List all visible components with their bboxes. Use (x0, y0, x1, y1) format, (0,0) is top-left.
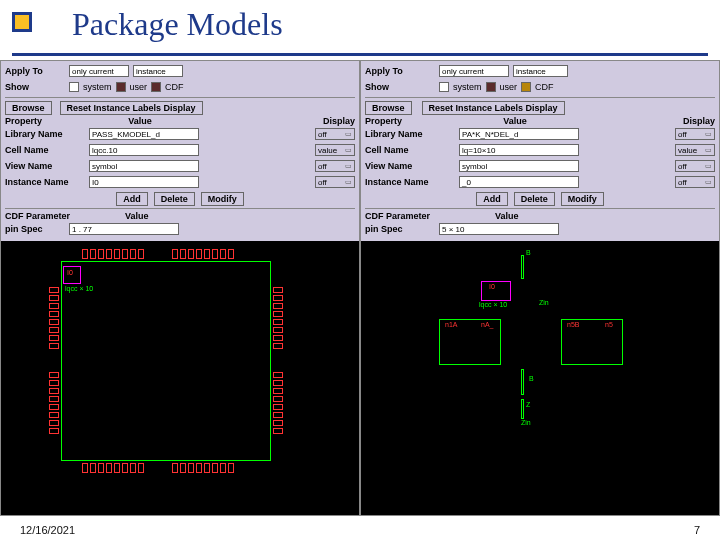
r-label-user: user (500, 82, 518, 92)
r-option-lib-disp[interactable]: off (675, 128, 715, 140)
r-canvas-cell: lqcc × 10 (479, 301, 507, 308)
reset-button[interactable]: Reset Instance Labels Display (60, 101, 203, 115)
field-pin-spec[interactable]: 1 . 77 (69, 223, 179, 235)
panel-right: Apply To only current instance Show syst… (360, 60, 720, 516)
slide-header: Package Models (12, 6, 708, 56)
r-n1a: n1A (445, 321, 457, 328)
r-label-value2: Value (495, 211, 519, 221)
field-cell-name[interactable]: lqcc.10 (89, 144, 199, 156)
canvas-right[interactable]: B I0 lqcc × 10 Zin n1A nA_ n5B n5 B Z Zi… (361, 241, 719, 515)
r-wire-top (521, 255, 524, 279)
r-field-instance[interactable]: instance (513, 65, 568, 77)
label-pin-spec: pin Spec (5, 224, 65, 234)
col-display: Display (195, 116, 355, 126)
form-left: Apply To only current instance Show syst… (1, 61, 359, 241)
browse-button[interactable]: Browse (5, 101, 52, 115)
pins-right-1 (273, 286, 283, 350)
r-port-zin2: Zin (521, 419, 531, 426)
r-label-cdf-param: CDF Parameter (365, 211, 495, 221)
label-apply-to: Apply To (5, 66, 65, 76)
label-lib-name: Library Name (5, 129, 85, 139)
checkbox-system[interactable] (69, 82, 79, 92)
r-browse-button[interactable]: Browse (365, 101, 412, 115)
r-label-inst-name: Instance Name (365, 177, 455, 187)
r-add-button[interactable]: Add (476, 192, 508, 206)
r-delete-button[interactable]: Delete (514, 192, 555, 206)
pins-right-2 (273, 371, 283, 435)
r-option-cell-disp[interactable]: value (675, 144, 715, 156)
pins-left-2 (49, 371, 59, 435)
r-option-view-disp[interactable]: off (675, 160, 715, 172)
r-checkbox-cdf[interactable] (521, 82, 531, 92)
r-port-b2: B (529, 375, 534, 382)
r-n5: n5 (605, 321, 613, 328)
canvas-inst-label: I0 (67, 269, 73, 276)
accent-square (12, 12, 32, 32)
r-field-pin-spec[interactable]: 5 × 10 (439, 223, 559, 235)
footer-page: 7 (694, 524, 700, 536)
form-right: Apply To only current instance Show syst… (361, 61, 719, 241)
col-property: Property (5, 116, 85, 126)
field-view-name[interactable]: symbol (89, 160, 199, 172)
r-checkbox-system[interactable] (439, 82, 449, 92)
modify-button[interactable]: Modify (201, 192, 244, 206)
r-label-apply-to: Apply To (365, 66, 435, 76)
label-cdf: CDF (165, 82, 184, 92)
label-user: user (130, 82, 148, 92)
option-view-disp[interactable]: off (315, 160, 355, 172)
checkbox-cdf[interactable] (151, 82, 161, 92)
r-option-inst-disp[interactable]: off (675, 176, 715, 188)
r-col-value: Value (455, 116, 575, 126)
r-field-inst-name[interactable]: _0 (459, 176, 579, 188)
r-canvas-inst: I0 (489, 283, 495, 290)
field-only-current[interactable]: only current (69, 65, 129, 77)
option-lib-disp[interactable]: off (315, 128, 355, 140)
field-inst-name[interactable]: I0 (89, 176, 199, 188)
option-inst-disp[interactable]: off (315, 176, 355, 188)
r-col-property: Property (365, 116, 455, 126)
r-port-b: B (526, 249, 531, 256)
add-button[interactable]: Add (116, 192, 148, 206)
r-port-z: Z (526, 401, 530, 408)
r-na: nA_ (481, 321, 493, 328)
r-wire-bot (521, 399, 524, 419)
r-label-show: Show (365, 82, 435, 92)
delete-button[interactable]: Delete (154, 192, 195, 206)
r-field-lib-name[interactable]: PA*K_N*DEL_d (459, 128, 579, 140)
r-n5b: n5B (567, 321, 579, 328)
footer-date: 12/16/2021 (20, 524, 75, 536)
canvas-cell-label: lqcc × 10 (65, 285, 93, 292)
field-instance[interactable]: instance (133, 65, 183, 77)
col-value: Value (85, 116, 195, 126)
field-lib-name[interactable]: PASS_KMODEL_d (89, 128, 199, 140)
r-label-lib-name: Library Name (365, 129, 455, 139)
r-wire-mid (521, 369, 524, 395)
r-label-system: system (453, 82, 482, 92)
r-field-view-name[interactable]: symbol (459, 160, 579, 172)
pins-left-1 (49, 286, 59, 350)
r-label-view-name: View Name (365, 161, 455, 171)
label-inst-name: Instance Name (5, 177, 85, 187)
slide-title: Package Models (72, 6, 283, 43)
r-reset-button[interactable]: Reset Instance Labels Display (422, 101, 565, 115)
option-cell-disp[interactable]: value (315, 144, 355, 156)
r-field-cell-name[interactable]: lq=10×10 (459, 144, 579, 156)
pins-top-2 (171, 249, 235, 259)
r-highlight-box (481, 281, 511, 301)
r-checkbox-user[interactable] (486, 82, 496, 92)
panel-left: Apply To only current instance Show syst… (0, 60, 360, 516)
label-value2: Value (125, 211, 149, 221)
content-area: Apply To only current instance Show syst… (0, 60, 720, 516)
r-field-only-current[interactable]: only current (439, 65, 509, 77)
pins-bottom-2 (171, 463, 235, 473)
r-modify-button[interactable]: Modify (561, 192, 604, 206)
canvas-left[interactable]: I0 lqcc × 10 (1, 241, 359, 515)
label-view-name: View Name (5, 161, 85, 171)
pins-bottom-1 (81, 463, 145, 473)
r-label-cdf: CDF (535, 82, 554, 92)
label-cell-name: Cell Name (5, 145, 85, 155)
r-port-zin: Zin (539, 299, 549, 306)
pins-top-1 (81, 249, 145, 259)
checkbox-user[interactable] (116, 82, 126, 92)
r-col-display: Display (575, 116, 715, 126)
